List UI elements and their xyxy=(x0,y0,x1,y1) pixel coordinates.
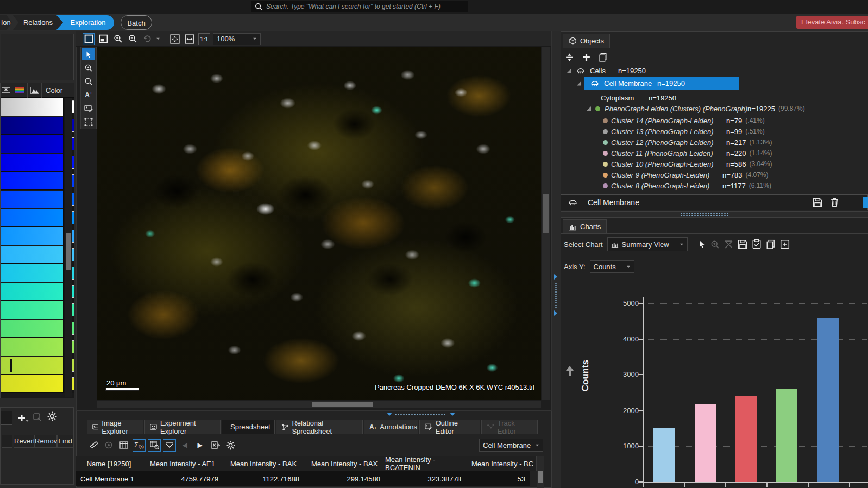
tree-item-cells[interactable]: Cells n=19250 xyxy=(562,65,646,76)
tree-item-cluster[interactable]: Cluster 10 (PhenoGraph-Leiden)n=586(3.04… xyxy=(562,159,772,169)
find-button[interactable]: Find xyxy=(57,435,73,448)
chart-save-icon[interactable] xyxy=(738,239,747,249)
tab-relations[interactable]: Relations xyxy=(13,15,63,30)
chart-export-icon[interactable] xyxy=(780,239,790,249)
collapse-right-arrow[interactable] xyxy=(554,274,557,280)
remove-button[interactable]: Remove xyxy=(34,435,57,448)
colormap-scrollbar[interactable] xyxy=(65,98,72,397)
table-icon[interactable] xyxy=(117,439,130,452)
colormap-row[interactable] xyxy=(1,172,74,190)
revert-button[interactable]: Revert xyxy=(14,435,34,448)
tab-batch[interactable]: Batch xyxy=(121,15,152,30)
tab-outline-editor[interactable]: Outline Editor xyxy=(419,420,480,434)
right-splitter[interactable] xyxy=(555,282,557,308)
colormap-row[interactable] xyxy=(1,153,74,172)
add-object-set-icon[interactable] xyxy=(582,53,591,62)
colormap-row[interactable] xyxy=(1,116,74,135)
expander-icon[interactable] xyxy=(567,68,571,73)
tree-item-cluster[interactable]: Cluster 14 (PhenoGraph-Leiden)n=79(.41%) xyxy=(562,115,765,126)
collapse-down-arrow[interactable] xyxy=(450,413,455,416)
tab-relational-spreadsheet[interactable]: Relational Spreadsheet xyxy=(276,420,363,434)
collapse-right-arrow[interactable] xyxy=(554,310,557,316)
actual-size-button[interactable]: 1:1 xyxy=(198,33,210,45)
scrollbar-thumb[interactable] xyxy=(66,233,71,270)
fit-to-screen-icon[interactable] xyxy=(169,33,181,45)
scrollbar-thumb[interactable] xyxy=(312,402,373,407)
charts-tab[interactable]: Charts xyxy=(563,219,607,233)
tree-item-phenograph[interactable]: PhenoGraph-Leiden (Clusters) (PhenoGraph… xyxy=(562,103,805,114)
pointer-tool[interactable] xyxy=(82,48,95,60)
chart-bar[interactable] xyxy=(653,428,675,482)
save-object-set-icon[interactable] xyxy=(813,198,822,207)
prev-page-icon[interactable]: ◀ xyxy=(178,439,191,452)
single-view-button[interactable] xyxy=(83,33,95,45)
tree-item-cluster[interactable]: Cluster 12 (PhenoGraph-Leiden)n=217(1.13… xyxy=(562,137,772,148)
remove-selection-icon[interactable] xyxy=(32,412,42,422)
split-view-button[interactable] xyxy=(97,33,109,45)
colormap-row[interactable] xyxy=(1,208,74,227)
summary-statistics-icon[interactable]: Σf(x) xyxy=(133,439,146,452)
table-vscrollbar[interactable] xyxy=(537,456,544,488)
tab-partial[interactable]: ion xyxy=(0,15,12,30)
zoom-pan-tool[interactable] xyxy=(82,62,95,74)
tree-item-cluster[interactable]: Cluster 9 (PhenoGraph-Leiden)n=783(4.07%… xyxy=(562,169,769,180)
viewer-hscrollbar[interactable] xyxy=(97,401,541,408)
axis-y-select[interactable]: Counts xyxy=(590,260,634,273)
tree-item-cluster[interactable]: Cluster 13 (PhenoGraph-Leiden)n=99(.51%) xyxy=(562,126,765,137)
magnifier-tool[interactable] xyxy=(82,75,95,87)
colormap-row[interactable] xyxy=(1,319,74,338)
color-input-partial[interactable] xyxy=(1,411,12,425)
column-header[interactable]: Mean Intensity - AE1 xyxy=(142,456,223,471)
select-region-tool[interactable] xyxy=(82,116,95,128)
tree-item-cluster[interactable]: Cluster 11 (PhenoGraph-Leiden)n=220(1.14… xyxy=(562,148,772,159)
colormap-marker[interactable] xyxy=(10,359,12,372)
colormap-row[interactable] xyxy=(1,375,74,393)
colormap-row[interactable] xyxy=(1,98,74,116)
chart-type-select[interactable]: Summary View xyxy=(607,237,688,251)
search-input[interactable] xyxy=(266,3,464,10)
reset-view-icon[interactable] xyxy=(141,33,153,45)
chart-pointer-tool[interactable] xyxy=(697,240,706,249)
tree-item-cell-membrane[interactable]: Cell Membrane n=19250 xyxy=(562,77,739,90)
column-header[interactable]: Mean Intensity - BCATENIN xyxy=(385,456,466,471)
chart-copy-check-icon[interactable] xyxy=(752,239,762,249)
tab-exploration[interactable]: Exploration xyxy=(56,15,114,30)
colormap-row[interactable] xyxy=(1,356,74,375)
microscopy-image[interactable]: 20 µm Pancreas Cropped DEMO 6K X 6K WYC … xyxy=(97,47,541,400)
tab-track-editor[interactable]: Track Editor xyxy=(481,420,538,434)
next-page-icon[interactable]: ▶ xyxy=(193,439,206,452)
annotation-tool[interactable]: A+ xyxy=(82,89,95,101)
column-header[interactable]: Mean Intensity - BC xyxy=(466,456,537,471)
colormap-row[interactable] xyxy=(1,245,74,264)
export-excel-icon[interactable] xyxy=(209,439,222,452)
collapse-down-arrow[interactable] xyxy=(387,413,392,416)
table-search-icon[interactable] xyxy=(148,439,161,452)
column-header[interactable]: Name [19250] xyxy=(76,456,142,471)
spreadsheet-settings-icon[interactable] xyxy=(224,439,237,452)
table-row[interactable]: Cell Membrane 1 4759.77979 1122.71688 29… xyxy=(76,471,537,486)
promo-banner[interactable]: Elevate Aivia. Subsc xyxy=(796,16,868,29)
target-icon[interactable] xyxy=(102,439,115,452)
object-color-swatch[interactable] xyxy=(863,197,868,208)
bottom-splitter[interactable] xyxy=(394,413,446,416)
add-color-button[interactable] xyxy=(17,411,30,425)
gear-icon[interactable] xyxy=(47,411,57,421)
zoom-level-select[interactable]: 100% xyxy=(213,33,261,45)
image-edit-tool[interactable] xyxy=(82,103,95,115)
tab-spreadsheet[interactable]: Spreadsheet xyxy=(222,420,275,434)
dataset-select[interactable]: Cell Membrane xyxy=(479,439,543,452)
tree-item-cluster[interactable]: Cluster 8 (PhenoGraph-Leiden)n=1177(6.11… xyxy=(562,180,771,191)
chart-bar[interactable] xyxy=(776,389,797,482)
chart-filter-tool[interactable] xyxy=(724,240,733,249)
chart-bar[interactable] xyxy=(735,396,757,482)
colormap-row[interactable] xyxy=(1,264,74,282)
expander-icon[interactable] xyxy=(577,81,581,86)
colormap-row[interactable] xyxy=(1,135,74,153)
expander-icon[interactable] xyxy=(587,106,591,111)
colormap-row[interactable] xyxy=(1,338,74,356)
duplicate-object-set-icon[interactable] xyxy=(599,53,608,62)
chart-copy-icon[interactable] xyxy=(766,239,776,249)
levels-icon[interactable] xyxy=(1,83,11,98)
tab-image-explorer[interactable]: Image Explorer xyxy=(87,420,143,434)
chart-bar[interactable] xyxy=(817,318,839,482)
